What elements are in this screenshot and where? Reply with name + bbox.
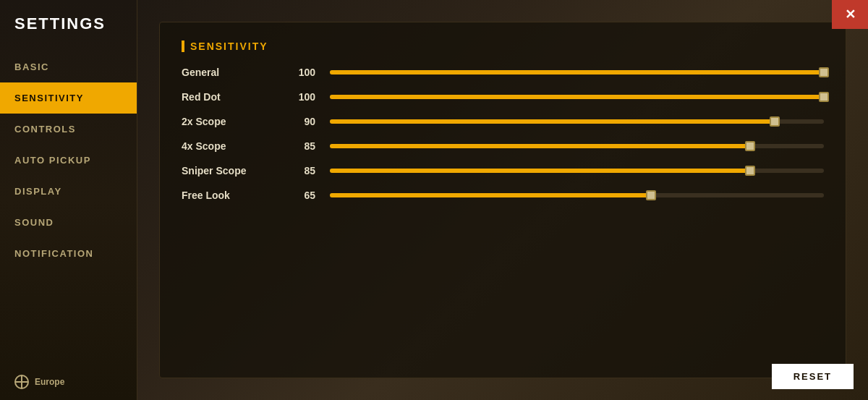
sidebar-item-sound[interactable]: SOUND bbox=[0, 207, 137, 238]
sidebar-item-sensitivity[interactable]: SENSITIVITY bbox=[0, 82, 137, 114]
sidebar-item-auto-pickup[interactable]: AUTO PICKUP bbox=[0, 145, 137, 176]
slider-thumb-2x-scope[interactable] bbox=[770, 116, 780, 127]
region-label: Europe bbox=[35, 377, 64, 387]
slider-thumb-general[interactable] bbox=[819, 67, 829, 77]
slider-value-red-dot: 100 bbox=[290, 91, 315, 103]
sidebar-footer: Europe bbox=[0, 364, 137, 400]
slider-label-sniper-scope: Sniper Scope bbox=[182, 165, 276, 176]
sidebar-item-basic[interactable]: BASIC bbox=[0, 51, 137, 82]
slider-thumb-4x-scope[interactable] bbox=[745, 141, 755, 151]
content-panel: SENSITIVITY General100Red Dot1002x Scope… bbox=[159, 22, 846, 378]
slider-value-sniper-scope: 85 bbox=[290, 165, 315, 176]
slider-value-free-look: 65 bbox=[290, 190, 315, 201]
slider-label-4x-scope: 4x Scope bbox=[182, 140, 276, 152]
sidebar: SETTINGS BASICSENSITIVITYCONTROLSAUTO PI… bbox=[0, 0, 137, 400]
main-content: SENSITIVITY General100Red Dot1002x Scope… bbox=[137, 0, 868, 400]
slider-track-fill-4x-scope bbox=[330, 144, 750, 148]
slider-track-4x-scope[interactable] bbox=[330, 144, 824, 148]
slider-label-general: General bbox=[182, 67, 276, 78]
nav-menu: BASICSENSITIVITYCONTROLSAUTO PICKUPDISPL… bbox=[0, 51, 137, 269]
slider-track-fill-2x-scope bbox=[330, 119, 775, 124]
slider-track-fill-general bbox=[330, 70, 824, 75]
section-title: SENSITIVITY bbox=[182, 41, 824, 52]
sidebar-item-display[interactable]: DISPLAY bbox=[0, 176, 137, 207]
app-container: SETTINGS BASICSENSITIVITYCONTROLSAUTO PI… bbox=[0, 0, 868, 400]
slider-row-red-dot: Red Dot100 bbox=[182, 91, 824, 103]
slider-track-general[interactable] bbox=[330, 70, 824, 75]
section-title-text: SENSITIVITY bbox=[190, 41, 268, 52]
slider-row-sniper-scope: Sniper Scope85 bbox=[182, 165, 824, 176]
slider-label-red-dot: Red Dot bbox=[182, 91, 276, 103]
slider-track-2x-scope[interactable] bbox=[330, 119, 824, 124]
settings-title: SETTINGS bbox=[0, 14, 137, 51]
slider-value-general: 100 bbox=[290, 67, 315, 78]
slider-track-free-look[interactable] bbox=[330, 193, 824, 197]
slider-track-sniper-scope[interactable] bbox=[330, 169, 824, 173]
slider-value-4x-scope: 85 bbox=[290, 140, 315, 152]
slider-row-4x-scope: 4x Scope85 bbox=[182, 140, 824, 152]
slider-row-general: General100 bbox=[182, 67, 824, 78]
slider-track-red-dot[interactable] bbox=[330, 95, 824, 99]
reset-button[interactable]: RESET bbox=[772, 364, 854, 389]
close-button[interactable] bbox=[832, 0, 868, 29]
slider-label-2x-scope: 2x Scope bbox=[182, 116, 276, 127]
sidebar-item-controls[interactable]: CONTROLS bbox=[0, 114, 137, 145]
slider-track-fill-free-look bbox=[330, 193, 651, 197]
slider-thumb-red-dot[interactable] bbox=[819, 92, 829, 102]
globe-icon bbox=[14, 375, 29, 389]
slider-row-free-look: Free Look65 bbox=[182, 190, 824, 201]
slider-thumb-sniper-scope[interactable] bbox=[745, 166, 755, 176]
slider-row-2x-scope: 2x Scope90 bbox=[182, 116, 824, 127]
slider-thumb-free-look[interactable] bbox=[646, 190, 656, 200]
slider-track-fill-red-dot bbox=[330, 95, 824, 99]
sliders-container: General100Red Dot1002x Scope904x Scope85… bbox=[182, 67, 824, 201]
slider-label-free-look: Free Look bbox=[182, 190, 276, 201]
slider-track-fill-sniper-scope bbox=[330, 169, 750, 173]
sidebar-item-notification[interactable]: NOTIFICATION bbox=[0, 238, 137, 269]
slider-value-2x-scope: 90 bbox=[290, 116, 315, 127]
